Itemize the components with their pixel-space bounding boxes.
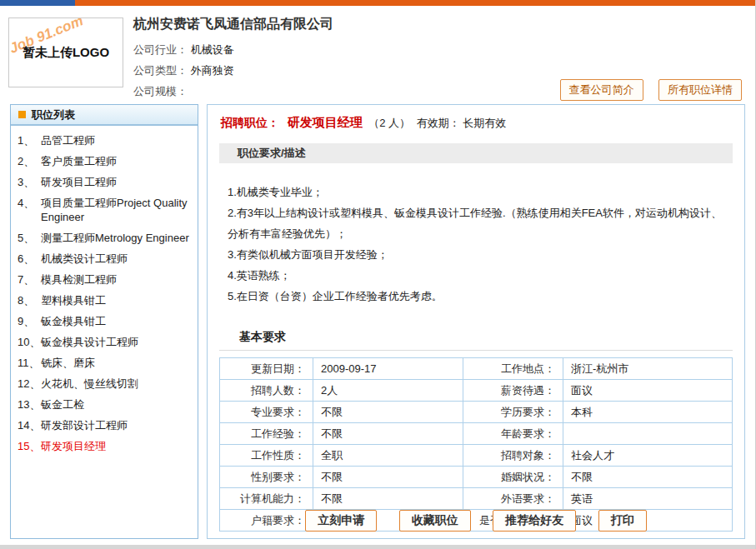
job-item-label: 模具检测工程师 xyxy=(41,272,191,287)
header-buttons: 查看公司简介 所有职位详情 xyxy=(548,79,742,101)
print-button[interactable]: 打印 xyxy=(598,510,647,532)
table-value-cell: 本科 xyxy=(563,402,733,423)
table-label-cell: 工作经验： xyxy=(220,423,313,445)
requirement-line: 1.机械类专业毕业； xyxy=(228,182,728,202)
table-row: 计算机能力： 不限 外语要求： 英语 xyxy=(220,488,733,510)
company-name: 杭州安费诺飞凤通信部品有限公司 xyxy=(133,16,755,33)
table-label-cell: 外语要求： xyxy=(463,488,563,510)
job-list-item[interactable]: 3、 研发项目工程师 xyxy=(16,172,193,192)
job-item-label: 品管工程师 xyxy=(41,133,191,147)
job-item-label: 项目质量工程师Project Quality Engineer xyxy=(41,196,191,224)
job-list-item[interactable]: 6、 机械类设计工程师 xyxy=(16,248,193,269)
table-label-cell: 婚姻状况： xyxy=(463,467,563,488)
basic-requirements-table: 更新日期： 2009-09-17 工作地点： 浙江-杭州市 招聘人数： 2人 薪… xyxy=(219,357,733,532)
logo-placeholder-text: 暂未上传LOGO xyxy=(23,45,109,61)
job-list-item[interactable]: 13、 钣金工检 xyxy=(16,394,193,415)
job-list-item[interactable]: 14、 研发部设计工程师 xyxy=(16,415,193,436)
table-value-cell: 不限 xyxy=(313,488,463,510)
job-item-number: 2、 xyxy=(18,154,41,168)
job-item-number: 15、 xyxy=(18,439,41,453)
company-logo-placeholder: Job 91.com 暂未上传LOGO xyxy=(8,17,123,87)
job-list: 1、 品管工程师 2、 客户质量工程师 3、 研发项目工程师 4、 xyxy=(11,126,198,457)
top-accent-bar xyxy=(0,0,755,6)
job-item-number: 4、 xyxy=(18,196,41,224)
company-field-label: 公司行业： xyxy=(133,43,188,56)
table-label-cell: 更新日期： xyxy=(220,358,313,380)
top-accent-bar-blue xyxy=(0,0,75,6)
job-list-sidebar: 职位列表 1、 品管工程师 2、 客户质量工程师 3、 xyxy=(10,104,198,539)
job-list-item[interactable]: 7、 模具检测工程师 xyxy=(16,269,193,290)
job-list-item[interactable]: 11、 铣床、磨床 xyxy=(16,352,193,373)
table-label-cell: 工作地点： xyxy=(463,358,563,380)
table-row: 性别要求： 不限 婚姻状况： 不限 xyxy=(220,467,733,488)
validity-value: 长期有效 xyxy=(463,117,506,129)
table-value-cell: 不限 xyxy=(563,467,733,488)
job-detail-panel: 招聘职位： 研发项目经理 （2 人） 有效期： 长期有效 职位要求/描述 1.机… xyxy=(207,104,745,539)
save-job-button[interactable]: 收藏职位 xyxy=(399,510,471,532)
table-row: 工作性质： 全职 招聘对象： 社会人才 xyxy=(220,445,733,467)
table-label-cell: 招聘对象： xyxy=(463,445,563,467)
table-label-cell: 工作性质： xyxy=(220,445,313,467)
table-label-cell: 计算机能力： xyxy=(220,488,313,510)
job-list-item[interactable]: 10、 钣金模具设计工程师 xyxy=(16,332,193,352)
job-item-number: 6、 xyxy=(18,252,41,266)
table-value-cell: 浙江-杭州市 xyxy=(563,358,733,380)
company-header: Job 91.com 暂未上传LOGO 杭州安费诺飞凤通信部品有限公司 公司行业… xyxy=(0,6,755,99)
job-item-number: 13、 xyxy=(18,397,41,412)
job-item-label: 钣金模具钳工 xyxy=(41,314,191,328)
table-value-cell: 全职 xyxy=(313,445,463,467)
table-value-cell: 不限 xyxy=(313,423,463,445)
table-value-cell: 面议 xyxy=(563,380,733,402)
bottom-bar xyxy=(0,545,755,549)
content-area: 职位列表 1、 品管工程师 2、 客户质量工程师 3、 xyxy=(10,104,745,539)
company-field-value: 机械设备 xyxy=(191,43,234,56)
job-list-header: 职位列表 xyxy=(11,105,198,126)
job-item-number: 9、 xyxy=(18,314,41,328)
table-label-cell: 年龄要求： xyxy=(463,423,563,445)
job-item-label: 研发部设计工程师 xyxy=(41,418,191,432)
job-list-item[interactable]: 8、 塑料模具钳工 xyxy=(16,290,193,311)
job-list-item[interactable]: 9、 钣金模具钳工 xyxy=(16,311,193,332)
job-item-label: 塑料模具钳工 xyxy=(41,293,191,307)
table-label-cell: 学历要求： xyxy=(463,402,563,423)
all-jobs-detail-button[interactable]: 所有职位详情 xyxy=(658,79,742,101)
table-row: 工作经验： 不限 年龄要求： xyxy=(220,423,733,445)
company-field-label: 公司规模： xyxy=(133,85,188,97)
job-item-label: 研发项目经理 xyxy=(41,439,191,453)
job-list-item[interactable]: 15、 研发项目经理 xyxy=(16,436,193,457)
requirement-line: 5.在日资（台资）企业工作经验者优先考虑。 xyxy=(228,286,728,307)
table-value-cell: 不限 xyxy=(313,402,463,423)
recommend-friend-button[interactable]: 推荐给好友 xyxy=(493,510,576,532)
company-field-label: 公司类型： xyxy=(133,64,188,77)
job-item-number: 11、 xyxy=(18,356,41,370)
job-item-label: 测量工程师Metrology Engineer xyxy=(41,231,191,245)
job-item-label: 钣金模具设计工程师 xyxy=(41,335,191,349)
job-item-number: 10、 xyxy=(18,335,41,349)
company-field-row: 公司类型： 外商独资 xyxy=(133,60,755,81)
job-headcount: （2 人） xyxy=(368,117,410,129)
job-item-number: 1、 xyxy=(18,133,41,147)
job-title-line: 招聘职位： 研发项目经理 （2 人） 有效期： 长期有效 xyxy=(219,115,733,131)
job-list-item[interactable]: 5、 测量工程师Metrology Engineer xyxy=(16,227,193,248)
requirement-line: 2.有3年以上结构设计或塑料模具、钣金模具设计工作经验.（熟练使用相关FEA软件… xyxy=(228,202,728,244)
table-label-cell: 招聘人数： xyxy=(220,380,313,402)
job-list-item[interactable]: 2、 客户质量工程师 xyxy=(16,151,193,172)
table-value-cell: 社会人才 xyxy=(563,445,733,467)
job-requirements-text: 1.机械类专业毕业； 2.有3年以上结构设计或塑料模具、钣金模具设计工作经验.（… xyxy=(228,182,728,307)
job-item-label: 火花机、慢丝线切割 xyxy=(41,377,191,391)
job-item-number: 14、 xyxy=(18,418,41,432)
table-value-cell: 英语 xyxy=(563,488,733,510)
job-item-label: 客户质量工程师 xyxy=(41,154,191,168)
page: Job 91.com 暂未上传LOGO 杭州安费诺飞凤通信部品有限公司 公司行业… xyxy=(0,0,756,549)
basic-requirements-table-body: 更新日期： 2009-09-17 工作地点： 浙江-杭州市 招聘人数： 2人 薪… xyxy=(220,358,733,532)
requirement-line: 4.英语熟练； xyxy=(228,265,728,286)
job-item-label: 铣床、磨床 xyxy=(41,356,191,370)
job-list-item[interactable]: 4、 项目质量工程师Project Quality Engineer xyxy=(16,192,193,227)
view-company-intro-button[interactable]: 查看公司简介 xyxy=(560,79,643,101)
bullet-square-icon xyxy=(18,111,26,118)
apply-now-button[interactable]: 立刻申请 xyxy=(305,510,377,532)
job-item-number: 12、 xyxy=(18,377,41,391)
table-value-cell xyxy=(563,423,733,445)
job-list-item[interactable]: 1、 品管工程师 xyxy=(16,130,193,151)
job-list-item[interactable]: 12、 火花机、慢丝线切割 xyxy=(16,373,193,394)
